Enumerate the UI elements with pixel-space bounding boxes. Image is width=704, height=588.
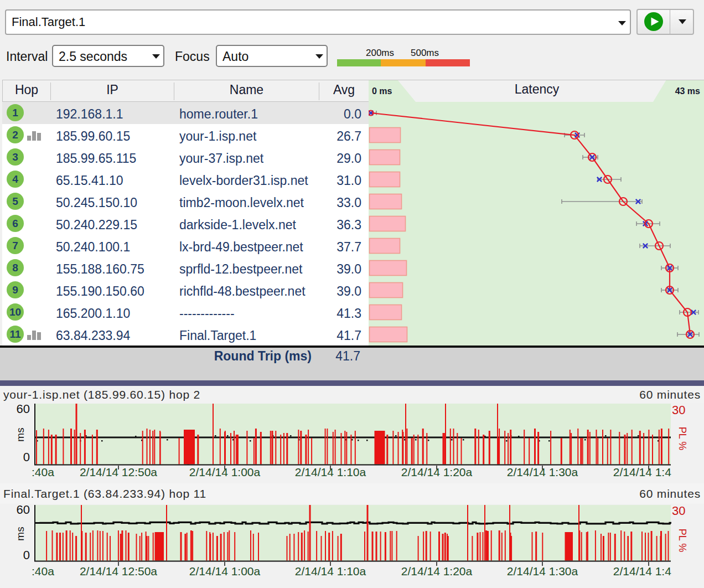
svg-text:60: 60: [17, 403, 30, 416]
svg-text:30: 30: [672, 403, 685, 417]
svg-text:2/14/14 12:50a: 2/14/14 12:50a: [80, 565, 157, 577]
svg-text::40a: :40a: [32, 466, 54, 478]
svg-text:Latency: Latency: [515, 82, 560, 96]
svg-text:2/14/14 1:20a: 2/14/14 1:20a: [401, 565, 473, 577]
svg-text:2/14/14 1:30a: 2/14/14 1:30a: [507, 466, 578, 478]
svg-text:2/14/14 1:20a: 2/14/14 1:20a: [401, 466, 473, 478]
svg-text:PL %: PL %: [677, 529, 688, 552]
svg-text:30: 30: [672, 504, 685, 518]
svg-text:0 ms: 0 ms: [372, 86, 392, 96]
svg-text:PL %: PL %: [677, 427, 688, 450]
svg-text:2/14/14 1:00a: 2/14/14 1:00a: [189, 466, 261, 478]
svg-text:ms: ms: [14, 527, 26, 540]
svg-text:2/14/14 12:50a: 2/14/14 12:50a: [80, 466, 157, 478]
svg-text:2/14/14 1:00a: 2/14/14 1:00a: [189, 565, 261, 577]
svg-text:0: 0: [23, 548, 30, 562]
svg-text:2/14/14 1:10a: 2/14/14 1:10a: [295, 565, 366, 577]
svg-text::40a: :40a: [32, 565, 54, 577]
svg-text:2/14/14 1:10a: 2/14/14 1:10a: [295, 466, 366, 478]
svg-text:43 ms: 43 ms: [675, 86, 700, 96]
svg-text:0: 0: [23, 450, 30, 464]
svg-text:2/14/14 1:30a: 2/14/14 1:30a: [507, 565, 578, 577]
svg-text:ms: ms: [14, 427, 26, 441]
svg-text:60: 60: [17, 504, 30, 517]
